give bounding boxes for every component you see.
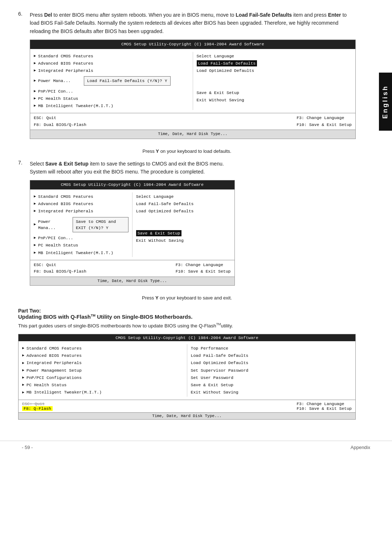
bios2-f10: F10: Save & Exit Setup [176,268,231,275]
step6-text-before: Press [30,12,44,18]
bios3-arrow-3: ► [22,360,24,366]
bios2-right-7: Exit Without Saving [136,237,231,244]
bios2-left-5: PnP/PCI Con... [38,235,73,241]
bios2-arrow-4: ► [34,222,36,227]
bios3-right-3: Load Optimized Defaults [191,360,352,366]
bios1-left-6: PC Health Status [38,95,78,102]
step-7-block: 7. Select Save & Exit Setup item to save… [18,160,356,289]
bios3-f3: F3: Change Language [297,401,352,406]
bios1-right-1: Select Language [197,53,352,59]
bios1-item-3: ► Integrated Peripherals [34,68,189,74]
bios3-left-4: Power Management Setup [26,367,82,374]
bios1-arrow-7: ► [34,103,36,109]
bios1-right-2: Load Fail-Safe Defaults [197,60,352,66]
bios2-footer-left: ESC: Quit F8: Dual BIOS/Q-Flash [34,262,86,275]
page-footer: - 59 - Appendix [0,441,392,454]
bios1-item-1: ► Standard CMOS Features [34,53,189,59]
step7-text1: item to save the settings to CMOS and ex… [89,161,224,167]
caption2-key: Y [155,295,159,301]
bios3-item-6: ► PC Health Status [22,382,183,388]
bios2-item-5: ► PnP/PCI Con... [34,235,128,241]
bios1-arrow-3: ► [34,68,36,73]
bios3-footer-right: F3: Change Language F10: Save & Exit Set… [297,401,352,411]
bios1-left-4: Power Mana... [38,78,71,84]
bios3-bottom: Time, Date, Hard Disk Type... [19,412,355,419]
bios3-right-2: Load Fail-Safe Defaults [191,352,352,359]
bios3-right: Top Performance Load Fail-Safe Defaults … [187,344,352,397]
bios1-footer-right: F3: Change Language F10: Save & Exit Set… [297,115,352,128]
bios1-left-1: Standard CMOS Features [38,53,93,59]
bios-screenshot-3: CMOS Setup Utility-Copyright (C) 1984-20… [18,334,356,420]
bios3-right-1: Top Performance [191,345,352,351]
part-tm: TM [91,314,95,317]
bios2-arrow-5: ► [34,235,36,241]
bios1-content: ► Standard CMOS Features ► Advanced BIOS… [30,49,355,113]
bios2-arrow-3: ► [34,208,36,214]
bios1-item-6: ► PC Health Status [34,95,189,102]
bios3-right-6: Save & Exit Setup [191,382,352,388]
caption-2: Press Y on your keyboard to save and exi… [18,295,356,301]
part-title-text: Updating BIOS with Q-Flash [18,314,91,320]
bios1-arrow-6: ► [34,96,36,101]
bios3-footer: ESC: Quit F8: Q-Flash F3: Change Languag… [19,400,355,412]
step7-select: Select [30,161,45,167]
bios2-arrow-1: ► [34,194,36,199]
bios1-arrow-5: ► [34,89,36,94]
step6-enter: Enter [328,12,341,18]
bios3-f10: F10: Save & Exit Setup [297,406,352,411]
bios1-f10: F10: Save & Exit Setup [297,122,352,128]
bios3-left-5: PnP/PCI Configurations [26,375,82,381]
bios1-footer: ESC: Quit F8: Dual BIOS/Q-Flash F3: Chan… [30,113,355,130]
bios3-content: ► Standard CMOS Features ► Advanced BIOS… [19,341,355,400]
bios3-item-3: ► Integrated Peripherals [22,360,183,366]
bios2-footer: ESC: Quit F8: Dual BIOS/Q-Flash F3: Chan… [30,260,234,277]
bios1-arrow-4: ► [34,78,36,83]
caption1-key: Y [156,148,159,154]
bios3-left: ► Standard CMOS Features ► Advanced BIOS… [22,344,187,397]
bios-screenshot-1: CMOS Setup Utility-Copyright (C) 1984-20… [30,40,356,139]
step-7-number: 7. [18,160,25,289]
bios2-left-3: Integrated Peripherals [38,208,93,214]
bios2-footer-right: F3: Change Language F10: Save & Exit Set… [176,262,231,275]
bios2-arrow-6: ► [34,242,36,248]
bios2-right-5 [136,223,231,229]
bios3-footer-left: ESC: Quit F8: Q-Flash [22,401,53,411]
part-desc-tm: TM [216,322,221,326]
bios1-left-7: MB Intelligent Tweaker(M.I.T.) [38,103,113,109]
bios3-title: CMOS Setup Utility-Copyright (C) 1984-20… [19,334,355,341]
bios2-item-3: ► Integrated Peripherals [34,208,128,214]
bios3-item-2: ► Advanced BIOS Features [22,352,183,359]
bios3-item-5: ► PnP/PCI Configurations [22,375,183,381]
bios2-left-1: Standard CMOS Features [38,193,93,200]
bios2-right-1: Select Language [136,193,231,200]
bios3-left-6: PC Health Status [26,382,66,388]
bios2-right-2: Load Fail-Safe Defaults [136,201,231,207]
bios1-right-7: Exit Without Saving [197,97,352,103]
bios2-right: Select Language Load Fail-Safe Defaults … [132,192,231,257]
part-title: Updating BIOS with Q-FlashTM Utility on … [18,314,193,320]
bios1-left-3: Integrated Peripherals [38,68,93,74]
step-6-text: Press Del to enter BIOS menu after syste… [30,11,356,142]
bios1-f3: F3: Change Language [297,115,352,121]
bios3-item-1: ► Standard CMOS Features [22,345,183,351]
bios1-bottom: Time, Date, Hard Disk Type... [30,130,355,139]
bios1-right-3: Load Optimized Defaults [197,68,352,74]
bios2-right-4 [136,216,231,222]
bios2-arrow-7: ► [34,250,36,256]
bios2-bottom: Time, Date, Hard Disk Type... [30,277,234,286]
step-6-number: 6. [18,11,25,142]
bios2-left-4: Power Mana... [38,219,60,231]
step6-load-item: Load Fail-Safe Defaults [236,12,292,18]
bios1-right: Select Language Load Fail-Safe Defaults … [193,52,352,110]
bios2-f3: F3: Change Language [176,262,231,268]
bios1-left: ► Standard CMOS Features ► Advanced BIOS… [34,52,193,110]
bios1-item-4: ► Power Mana... Load Fail-Safe Defaults … [34,75,189,87]
step7-item: Save & Exit Setup [45,161,89,167]
part-two-heading: Part Two: Updating BIOS with Q-FlashTM U… [18,308,356,320]
page-label: Appendix [351,445,370,450]
bios1-footer-left: ESC: Quit F8: Dual BIOS/Q-Flash [34,115,86,128]
bios3-right-5: Set User Password [191,375,352,381]
bios3-arrow-2: ► [22,353,24,358]
bios2-item-6: ► PC Health Status [34,242,128,248]
bios3-arrow-4: ► [22,368,24,373]
